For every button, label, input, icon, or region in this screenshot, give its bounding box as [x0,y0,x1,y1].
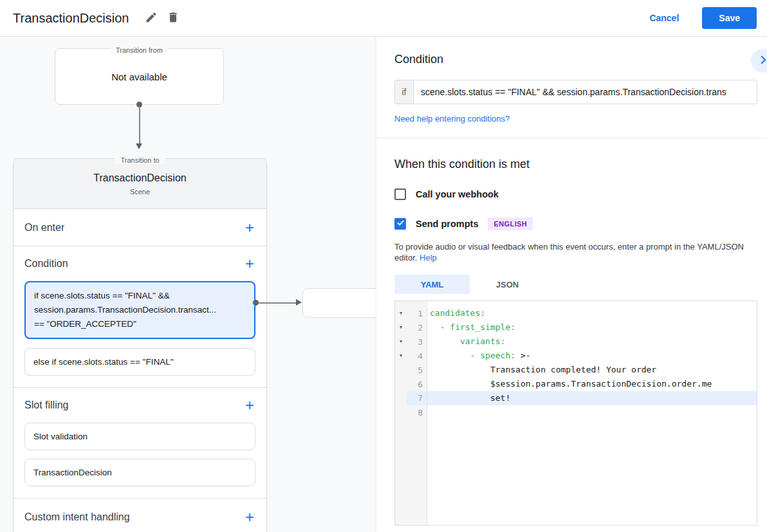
prompt-help-link[interactable]: Help [420,253,437,262]
scene-card-header[interactable]: TransactionDecision Scene [14,159,266,209]
conditions-help-link[interactable]: Need help entering conditions? [394,114,510,124]
slot-filling-label: Slot filling [24,399,68,411]
edit-button[interactable] [140,7,162,29]
arrowhead-right-icon [296,299,302,306]
code-line[interactable]: - speech: >- [427,349,757,363]
code-line[interactable]: set! [427,391,757,405]
code-line[interactable] [427,405,757,419]
line-number: 8 [407,408,427,417]
panel-title: Condition [394,53,757,66]
gutter-row: 7 [395,391,427,405]
gutter-row: 6 [395,377,427,391]
slot-validation-card[interactable]: Slot validation [24,423,255,450]
add-on-enter-button[interactable]: + [243,220,257,235]
line-number: 7 [407,391,427,405]
fold-arrow-icon[interactable]: ▼ [395,325,407,330]
connector-line [139,107,140,144]
condition-card-selected[interactable]: if scene.slots.status == "FINAL" && sess… [24,281,255,339]
send-prompts-label: Send prompts [416,219,478,229]
slot-filling-section: Slot filling + Slot validation Transacti… [14,388,266,499]
call-webhook-checkbox[interactable] [394,188,406,200]
condition-card-else[interactable]: else if scene.slots.status == "FINAL" [24,348,255,376]
editor-tabs: YAML JSON [394,275,757,294]
add-slot-button[interactable]: + [243,398,257,413]
editor-gutter: ▼1▼2▼3▼45678 [395,301,427,525]
condition-expression-input[interactable] [413,80,757,104]
call-webhook-label: Call your webhook [416,189,499,199]
yaml-key-token: - speech: [430,351,515,360]
send-prompts-checkbox[interactable] [394,218,406,230]
condition-section-label: Condition [24,258,68,270]
custom-intent-section: Custom intent handling + [14,499,266,532]
line-number: 1 [407,309,427,318]
page-title: TransactionDecision [13,11,129,26]
on-enter-label: On enter [24,222,64,234]
trash-icon [167,11,180,26]
down-arrow-connector [136,102,143,151]
code-line[interactable]: $session.params.TransactionDecision.orde… [427,377,757,391]
yaml-key-token: candidates: [430,308,485,318]
yaml-text-token: set! [430,393,510,403]
gutter-row: ▼2 [395,320,427,335]
scene-diagram-canvas: Transition from Not available Transition… [0,37,376,532]
panel-divider [376,138,767,138]
yaml-key-token: variants: [430,336,505,346]
condition-input-row: if [394,80,757,104]
scene-card: Transition to TransactionDecision Scene … [13,158,267,532]
gutter-row: ▼1 [395,306,427,320]
gutter-row: ▼3 [395,335,427,349]
fold-arrow-icon[interactable]: ▼ [395,353,407,358]
tab-yaml[interactable]: YAML [394,275,470,294]
cancel-button[interactable]: Cancel [638,8,690,28]
pencil-icon [145,11,158,26]
yaml-text-token: $session.params.TransactionDecision.orde… [430,379,712,389]
scene-card-subtitle: Scene [14,188,266,196]
yaml-code-editor[interactable]: ▼1▼2▼3▼45678 candidates: - first_simple:… [394,300,757,526]
gutter-row: 8 [395,405,427,419]
gutter-row: ▼4 [395,349,427,363]
code-line[interactable]: Transaction completed! Your order [427,363,757,377]
line-number: 3 [407,337,427,347]
fold-arrow-icon[interactable]: ▼ [395,339,407,344]
transition-from-box[interactable]: Transition from Not available [55,48,224,105]
line-number: 5 [407,365,427,375]
top-bar: TransactionDecision Cancel Save [0,0,767,37]
custom-intent-label: Custom intent handling [24,511,130,523]
line-number: 6 [407,380,427,389]
line-number: 4 [407,351,427,361]
yaml-key-token: - first_simple: [430,322,515,332]
condition-detail-panel: Condition if Need help entering conditio… [376,37,767,532]
transition-from-value: Not available [55,49,223,104]
connector-line [258,302,297,304]
code-line[interactable]: candidates: [427,306,757,320]
arrowhead-down-icon [136,143,142,149]
if-prefix-label: if [394,80,413,104]
checkmark-icon [396,218,405,230]
language-badge: ENGLISH [488,217,533,230]
editor-code[interactable]: candidates: - first_simple: variants: - … [427,301,757,525]
yaml-text-token: Transaction completed! Your order [430,365,656,374]
condition-section: Condition + if scene.slots.status == "FI… [14,246,266,388]
add-condition-button[interactable]: + [243,256,257,271]
code-line[interactable]: - first_simple: [427,320,757,335]
slot-transaction-card[interactable]: TransactionDecision [24,459,255,486]
delete-button[interactable] [162,7,184,29]
page: TransactionDecision Cancel Save Transiti… [0,0,767,532]
prompt-description-text: To provide audio or visual feedback when… [394,242,744,262]
gutter-row: 5 [395,363,427,377]
tab-json[interactable]: JSON [470,275,545,294]
when-condition-met-title: When this condition is met [394,158,757,171]
on-enter-section: On enter + [14,209,266,246]
line-number: 2 [407,323,427,333]
save-button[interactable]: Save [702,7,757,29]
yaml-text-token: >- [515,351,530,360]
code-line[interactable]: variants: [427,335,757,349]
prompt-description: To provide audio or visual feedback when… [394,241,752,263]
fold-arrow-icon[interactable]: ▼ [395,311,407,316]
add-custom-intent-button[interactable]: + [243,509,257,525]
scene-card-title: TransactionDecision [14,172,266,184]
webhook-row: Call your webhook [394,188,757,200]
send-prompts-row: Send prompts ENGLISH [394,217,757,230]
chevron-right-icon [757,54,767,68]
collapse-panel-button[interactable] [751,49,767,73]
